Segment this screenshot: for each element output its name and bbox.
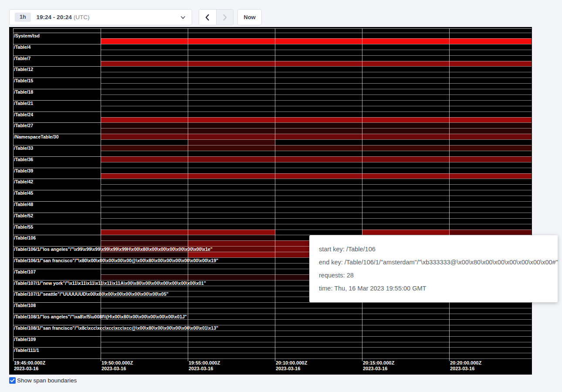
heat-cell[interactable] [101,252,188,257]
grid-line [101,117,532,118]
x-axis-date: 2023-03-16 [14,366,45,372]
time-range-text: 19:24 - 20:24(UTC) [37,14,90,20]
grid-line [101,78,532,78]
x-axis-tick [275,358,275,361]
grid-line [101,122,532,123]
heat-cell[interactable] [449,230,532,235]
grid-line [101,336,532,337]
heat-cell[interactable] [101,240,188,246]
span-label: /Table/4 [14,44,30,50]
grid-line [101,168,532,168]
span-boundary-line [13,358,101,359]
grid-line [101,134,532,134]
heat-band[interactable] [101,173,532,179]
heat-cell[interactable] [188,230,275,235]
heat-band[interactable] [101,122,532,128]
span-label: /Table/39 [14,168,33,173]
grid-line [101,151,532,151]
heat-cell[interactable] [188,139,275,145]
grid-line [101,156,532,157]
next-time-button[interactable] [216,10,234,25]
span-label: /Table/111/1 [14,348,39,353]
span-label: /Table/7 [14,56,30,61]
heat-cell[interactable] [101,235,188,240]
grid-line [101,89,532,89]
span-label: /NamespaceTable/30 [14,134,59,139]
span-label: /Table/42 [14,179,33,184]
grid-line [101,28,101,358]
x-axis-label: 20:10:00.000Z2023-03-16 [276,360,307,372]
time-preset-badge: 1h [15,13,31,22]
heat-band[interactable] [101,128,532,134]
grid-line [101,347,532,348]
span-label: /Table/107/1/"seattle"/"UUUUUUD\x00\x80\… [14,291,169,297]
grid-line [101,201,532,202]
tooltip-requests: requests: 28 [319,272,548,279]
grid-line [101,207,532,207]
x-axis-tick [188,358,188,361]
heat-band[interactable] [101,38,532,44]
x-axis-label: 20:15:00.000Z2023-03-16 [363,360,394,372]
chevron-down-icon [180,15,186,20]
grid-line [101,66,532,67]
heat-cell[interactable] [188,252,275,257]
span-label: /Table/107/1/"new york"/"\x11\x11\x11\x1… [14,280,206,286]
grid-line [101,162,532,162]
span-label: /Table/55 [14,224,33,230]
span-label: /Table/12 [14,67,33,72]
x-axis-label: 19:50:00.000Z2023-03-16 [102,360,133,372]
heat-band[interactable] [101,117,532,123]
span-label: /Table/107 [14,269,36,274]
x-axis-time: 19:55:00.000Z [189,360,220,366]
grid-line [101,38,532,39]
grid-line [101,331,532,331]
heat-band[interactable] [101,145,532,151]
time-range-value: 19:24 - 20:24 [37,14,72,20]
prev-time-button[interactable] [199,10,216,25]
span-label: /Table/106/1/"los angeles"/"\x99\x99\x99… [14,247,213,252]
heat-band[interactable] [101,134,532,139]
heat-cell[interactable] [188,235,275,240]
x-axis-time: 20:15:00.000Z [363,360,394,366]
heat-band[interactable] [101,156,532,162]
x-axis-time: 20:20:00.000Z [450,360,481,366]
key-visualizer-heatmap[interactable]: /System/tsd/Table/4/Table/7/Table/12/Tab… [9,27,532,375]
x-axis-label: 19:55:00.000Z2023-03-16 [189,360,220,372]
checkmark-icon [10,378,15,383]
show-span-boundaries-label: Show span boundaries [17,377,77,384]
span-label: /Table/45 [14,190,33,196]
span-label: /Table/15 [14,78,33,83]
grid-line [101,139,532,140]
grid-line [101,33,532,33]
x-axis-time: 19:50:00.000Z [102,360,133,366]
x-axis-date: 2023-03-16 [450,366,481,372]
show-span-boundaries-checkbox[interactable] [9,377,16,384]
span-label: /Table/21 [14,101,33,106]
heat-band[interactable] [101,61,532,67]
x-axis-tick [449,358,450,361]
heat-cell[interactable] [362,230,449,235]
grid-line [101,112,532,112]
now-button[interactable]: Now [237,9,262,25]
grid-line [101,196,532,196]
heat-cell[interactable] [101,230,188,235]
grid-line [101,342,532,342]
grid-line [101,184,532,185]
grid-line [101,55,532,56]
span-label: /Table/109 [14,337,36,342]
time-range-timezone: (UTC) [74,14,90,20]
heat-cell[interactable] [188,240,275,246]
grid-line [101,44,532,44]
grid-line [449,28,450,358]
grid-line [101,190,532,190]
x-axis-time: 20:10:00.000Z [276,360,307,366]
grid-line [101,72,532,72]
x-axis-tick [13,358,14,361]
tooltip-start-key: start key: /Table/106 [319,246,548,253]
span-label: /Table/108 [14,303,36,308]
grid-line [101,353,532,353]
grid-line [101,173,532,174]
time-range-dropdown[interactable]: 1h 19:24 - 20:24(UTC) [9,9,192,25]
tooltip-time: time: Thu, 16 Mar 2023 19:55:00 GMT [319,285,548,292]
span-label: /Table/33 [14,145,33,151]
